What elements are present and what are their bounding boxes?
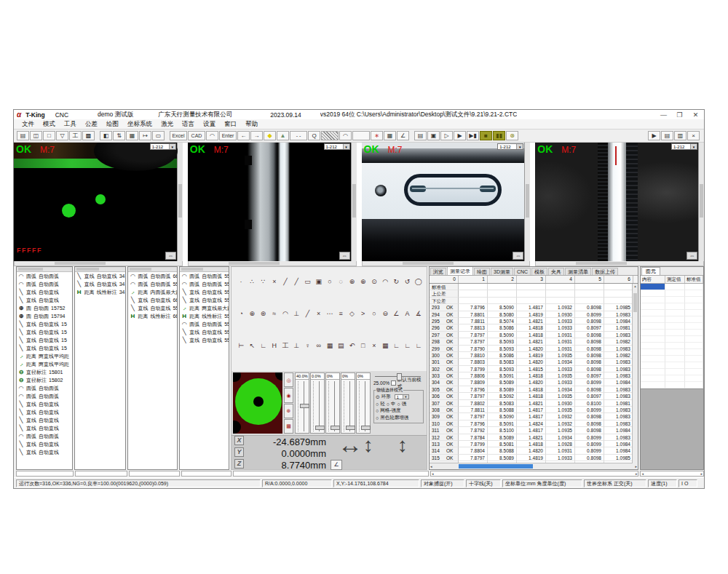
tool-icon-1-11[interactable]: > (358, 308, 368, 319)
tree-item-line[interactable]: ╲直线自动直线34 (75, 280, 126, 288)
tool-icon-0-7[interactable]: ▣ (314, 276, 324, 287)
tool-icon-0-8[interactable]: ○ (325, 276, 335, 287)
tree-item-dia[interactable]: ⊖直径标注15801 (17, 368, 72, 376)
close-button[interactable]: ✕ (690, 111, 701, 119)
menu-item-语言[interactable]: 语言 (178, 120, 199, 129)
tool-icon-2-11[interactable]: □ (358, 340, 368, 351)
tree-item-dist[interactable]: ↔距离两直线平均距 (17, 360, 72, 368)
tool-icon-0-5[interactable]: ╱ (291, 276, 301, 287)
table-row-special[interactable]: 下公差 (430, 298, 633, 304)
table-hscrollbar[interactable]: ◂ ▸ (430, 463, 638, 469)
radio-icon[interactable]: ○ (376, 408, 379, 413)
light-channel-slider[interactable] (357, 380, 370, 433)
table-row[interactable]: 303OK7.88068.50911.48181.09350.80971.098… (430, 372, 633, 379)
save-run-button[interactable]: ▤ (414, 131, 427, 140)
table-row[interactable]: 301OK7.88038.50831.48201.09340.80981.098… (430, 359, 633, 365)
tool-icon-1-7[interactable]: × (314, 308, 324, 319)
tool-icon-2-6[interactable]: ♀ (302, 340, 312, 351)
tool-icon-1-10[interactable]: ◇ (347, 308, 357, 319)
tree-item-line[interactable]: ╲直线自动直线15 (17, 328, 72, 336)
bottom-scrollbar-1[interactable] (75, 471, 128, 477)
light-channel-slider[interactable] (326, 380, 339, 433)
tool-icon-0-14[interactable]: ↻ (391, 276, 401, 287)
table-vscrollbar[interactable]: ▴ (632, 284, 638, 463)
scroll-right-icon[interactable]: ▸ (700, 471, 703, 476)
element-row[interactable] (641, 297, 703, 303)
table-row[interactable]: 311OK7.87928.51001.48171.09350.80981.098… (430, 427, 633, 434)
blank-button[interactable] (352, 131, 370, 140)
camera4-hscrollbar[interactable] (535, 261, 704, 266)
table-row[interactable]: 297OK7.87978.50901.48181.09310.80981.098… (430, 332, 633, 338)
menu-item-模式[interactable]: 模式 (39, 120, 60, 129)
table-row-special[interactable]: 标准值 (430, 284, 633, 290)
tool-icon-1-8[interactable]: ⋯ (325, 308, 335, 319)
next-button[interactable]: → (250, 131, 263, 140)
table-row-special[interactable]: 上公差 (430, 290, 633, 297)
table-row[interactable]: 304OK7.88098.50891.48201.09330.80991.098… (430, 379, 633, 386)
window-button[interactable]: ▭ (152, 131, 165, 140)
tool-icon-0-3[interactable]: × (269, 276, 280, 287)
print-button[interactable]: ▥ (674, 131, 687, 140)
stop-button[interactable]: ■ (480, 131, 492, 140)
camera3-grip-icon[interactable]: ⇔ (513, 252, 523, 260)
table-row[interactable]: 309OK7.87978.50901.48171.09320.80981.098… (430, 413, 633, 420)
tree-item-line[interactable]: ╲直线自动直线 (17, 400, 72, 408)
tab-夹具[interactable]: 夹具 (548, 268, 564, 275)
bottom-scrollbar-2[interactable] (129, 471, 180, 477)
tool-icon-0-15[interactable]: ↺ (403, 276, 413, 287)
camera-view-1[interactable]: OK M:7 1-212▾ FFFFF ⇔ (14, 143, 183, 261)
camera-button[interactable]: ▩ (82, 131, 95, 140)
table-row[interactable]: 305OK7.87968.50891.48181.09340.80981.098… (430, 386, 633, 393)
element-row[interactable] (641, 330, 703, 336)
bottom-scrollbar-3[interactable] (181, 471, 232, 477)
tree-item-line[interactable]: ╲直线自动直线 (17, 408, 72, 416)
angle-tool-button[interactable]: ∠ (397, 131, 409, 140)
tool-icon-2-3[interactable]: H (269, 340, 280, 351)
light-channel-slider[interactable] (296, 380, 309, 433)
lens-index-select[interactable]: 1▾ (395, 394, 409, 399)
tree-item-dia[interactable]: ⊖直径标注15802 (17, 376, 72, 384)
menu-item-激光[interactable]: 激光 (157, 120, 178, 129)
view-split-button[interactable]: ◧ (100, 131, 112, 140)
tree-item-arc[interactable]: ◠圆弧自动圆弧 (17, 392, 72, 400)
profile-button[interactable]: ▲ (277, 131, 289, 140)
tree-item-line[interactable]: ╲直线自动直线55 (180, 296, 229, 304)
element-row[interactable] (641, 356, 703, 362)
tab-测量记录[interactable]: 测量记录 (447, 267, 473, 275)
chevron-down-icon[interactable]: ▾ (516, 144, 523, 149)
table-row[interactable]: 296OK7.88138.50861.48181.09330.80971.098… (430, 324, 633, 331)
menu-item-坐标系统[interactable]: 坐标系统 (123, 120, 157, 129)
run-to-end-button[interactable]: ▶▮ (467, 131, 479, 140)
tool-icon-2-9[interactable]: ▤ (336, 340, 346, 351)
scrollbar-thumb[interactable] (576, 262, 627, 265)
tool-icon-1-16[interactable]: ∡ (414, 308, 424, 319)
arc-tool-button[interactable]: ◠ (339, 131, 352, 140)
angle-jog-button[interactable]: ∠ (331, 460, 342, 470)
camera-view-2[interactable]: OK M:7 1-212▾ ⇔ (188, 143, 357, 261)
element-row[interactable] (641, 382, 703, 388)
camera1-grip-icon[interactable]: ⇔ (165, 252, 176, 260)
tree-item-dist[interactable]: ↔距离两直线最大距 (180, 304, 229, 312)
tool-icon-1-5[interactable]: ⊥ (291, 308, 301, 319)
tree-item-line[interactable]: ╲直线自动直线15 (17, 344, 72, 352)
radio-icon[interactable]: ○ (376, 402, 379, 407)
camera1-vscrollbar[interactable] (177, 143, 183, 261)
pause-button[interactable]: ▮▮ (493, 131, 505, 140)
tree-item-arc[interactable]: ◠圆弧自动圆弧 (17, 432, 72, 440)
chevron-down-icon[interactable]: ▾ (690, 144, 697, 149)
light-ring-button-3[interactable]: ▩ (284, 419, 293, 434)
tree-item-line[interactable]: ╲直线自动直线34 (75, 272, 126, 280)
tool-icon-2-0[interactable]: ⊢ (236, 340, 246, 351)
tool-icon-1-0[interactable]: ◔ (236, 308, 246, 319)
chevron-down-icon[interactable]: ▾ (403, 395, 408, 399)
open-button[interactable]: ◫ (30, 131, 42, 140)
tree-item-line[interactable]: ╲直线自动直线 (17, 448, 72, 456)
menu-item-公差[interactable]: 公差 (81, 120, 102, 129)
scroll-left-icon[interactable]: ◂ (432, 471, 434, 476)
minimize-button[interactable]: — (658, 111, 669, 119)
tree-item-line[interactable]: ╲直线自动直线55 (180, 328, 229, 336)
bottom-scrollbar-5[interactable]: ◂▸ (430, 471, 638, 477)
tool-icon-1-15[interactable]: A (403, 308, 413, 319)
tree-item-arc[interactable]: ◠圆弧自动圆弧55 (180, 280, 229, 288)
light-bulb-button[interactable]: ◆ (264, 131, 276, 140)
